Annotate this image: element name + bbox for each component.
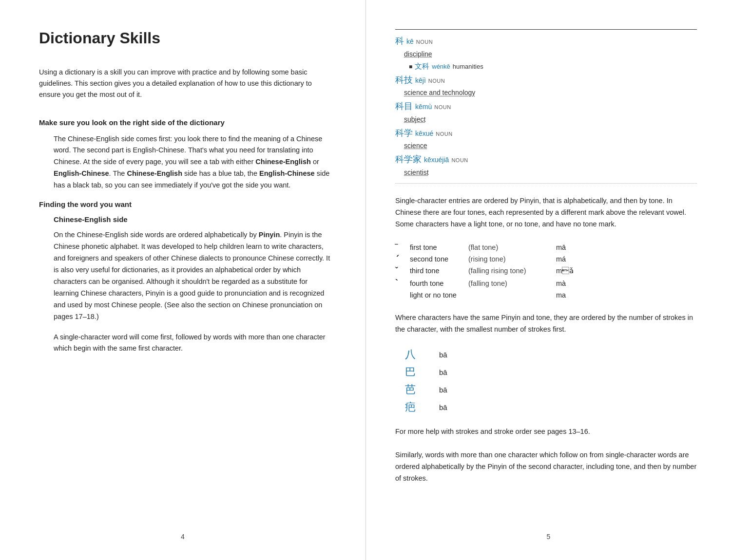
dict-pos-3: NOUN <box>434 103 451 112</box>
stroke-char-1: 八 <box>405 347 424 362</box>
tones-table: ‾ first tone (flat tone) mā ˊ second ton… <box>395 242 697 300</box>
dict-entry-line-3: 科目 kēmù NOUN <box>395 99 697 114</box>
tone-desc-3: (falling rising tone) <box>468 265 556 277</box>
dict-char-4: 科学 <box>395 126 413 141</box>
dict-meaning-3: subject <box>404 114 697 126</box>
tone-mark-5 <box>395 290 410 300</box>
dict-entry-2: 科技 kējì NOUN science and technology <box>395 73 697 99</box>
tone-row-4: ` fourth tone (falling tone) mà <box>395 277 697 290</box>
dict-entry-3: 科目 kēmù NOUN subject <box>395 99 697 125</box>
dict-sub-1: ■ 文科 wénkē humanities <box>409 60 697 73</box>
section2-heading: Finding the word you want <box>39 200 331 208</box>
dict-meaning-1: discipline <box>404 49 697 60</box>
page-container: Dictionary Skills Using a dictionary is … <box>0 0 731 560</box>
tone-row-5: light or no tone ma <box>395 290 697 300</box>
dict-char-2: 科技 <box>395 73 413 88</box>
dict-pos-4: NOUN <box>436 130 452 139</box>
tone-name-2: second tone <box>410 253 468 265</box>
tone-mark-2: ˊ <box>395 253 410 265</box>
tone-desc-5 <box>468 290 556 300</box>
dict-char-3: 科目 <box>395 99 413 114</box>
dict-char-1: 科 <box>395 34 404 49</box>
stroke-row-1: 八 bā <box>405 347 697 362</box>
dict-pinyin-2: kējì <box>415 75 426 87</box>
section2-body2: A single-character word will come first,… <box>54 332 331 355</box>
stroke-row-2: 巴 bā <box>405 365 697 379</box>
right-body4: Similarly, words with more than one char… <box>395 449 697 485</box>
left-page-number: 4 <box>181 533 185 541</box>
section2-subheading: Chinese-English side <box>54 215 331 224</box>
dict-sub-meaning-1: humanities <box>453 61 483 72</box>
section1-heading: Make sure you look on the right side of … <box>39 118 331 127</box>
tone-mark-4: ` <box>395 277 410 290</box>
dict-entry-4: 科学 kēxué NOUN science <box>395 126 697 152</box>
dict-sub-bullet-1: ■ <box>409 62 412 72</box>
dict-pos-2: NOUN <box>428 76 445 86</box>
tone-desc-1: (flat tone) <box>468 242 556 253</box>
tone-example-1: mā <box>556 242 697 253</box>
dict-entry-5: 科学家 kēxuéjiā NOUN scientist <box>395 152 697 178</box>
tone-example-4: mà <box>556 277 697 290</box>
tone-name-3: third tone <box>410 265 468 277</box>
tone-example-3: mǎ <box>556 265 697 277</box>
right-page: 科 kē NOUN discipline ■ 文科 wénkē humaniti… <box>366 0 731 560</box>
dict-pinyin-5: kēxuéjiā <box>424 154 449 166</box>
dict-meaning-4: science <box>404 140 697 152</box>
tone-row-3: ˇ third tone (falling rising tone) mǎ <box>395 265 697 277</box>
tone-mark-1: ‾ <box>395 242 410 253</box>
stroke-pinyin-2: bā <box>439 368 447 376</box>
tone-example-2: má <box>556 253 697 265</box>
strokes-list: 八 bā 巴 bā 芭 bā 疤 bā <box>405 347 697 414</box>
stroke-char-4: 疤 <box>405 400 424 414</box>
tone-desc-4: (falling tone) <box>468 277 556 290</box>
dict-entry-line-5: 科学家 kēxuéjiā NOUN <box>395 152 697 167</box>
stroke-row-4: 疤 bā <box>405 400 697 414</box>
tone-name-1: first tone <box>410 242 468 253</box>
tone-desc-2: (rising tone) <box>468 253 556 265</box>
dict-pinyin-1: kē <box>406 36 414 48</box>
stroke-row-3: 芭 bā <box>405 382 697 397</box>
dict-char-5: 科学家 <box>395 152 422 167</box>
right-body3: For more help with strokes and stroke or… <box>395 426 697 438</box>
dict-entry-line-2: 科技 kējì NOUN <box>395 73 697 88</box>
stroke-pinyin-1: bā <box>439 351 447 359</box>
right-page-number: 5 <box>547 533 551 541</box>
dict-meaning-5: scientist <box>404 167 697 179</box>
stroke-char-2: 巴 <box>405 365 424 379</box>
dictionary-box: 科 kē NOUN discipline ■ 文科 wénkē humaniti… <box>395 29 697 184</box>
dict-entry-line-1: 科 kē NOUN <box>395 34 697 49</box>
page-title: Dictionary Skills <box>39 29 331 47</box>
stroke-pinyin-4: bā <box>439 403 447 411</box>
tone-mark-3: ˇ <box>395 265 410 277</box>
dict-sub-char-1: 文科 <box>415 60 429 73</box>
tone-row-1: ‾ first tone (flat tone) mā <box>395 242 697 253</box>
dict-entry-line-4: 科学 kēxué NOUN <box>395 126 697 141</box>
dict-sub-pinyin-1: wénkē <box>432 61 450 72</box>
stroke-pinyin-3: bā <box>439 386 447 394</box>
dict-meaning-2: science and technology <box>404 87 697 99</box>
tone-row-2: ˊ second tone (rising tone) má <box>395 253 697 265</box>
tone-name-5: light or no tone <box>410 290 468 300</box>
tone-example-5: ma <box>556 290 697 300</box>
right-body1: Single-character entries are ordered by … <box>395 195 697 230</box>
dict-entry-1: 科 kē NOUN discipline ■ 文科 wénkē humaniti… <box>395 34 697 73</box>
tone-name-4: fourth tone <box>410 277 468 290</box>
dict-pinyin-4: kēxué <box>415 128 433 140</box>
right-body2: Where characters have the same Pinyin an… <box>395 312 697 336</box>
section1-body: The Chinese-English side comes first: yo… <box>54 133 331 192</box>
stroke-char-3: 芭 <box>405 382 424 397</box>
left-page: Dictionary Skills Using a dictionary is … <box>0 0 366 560</box>
dict-pos-5: NOUN <box>451 156 468 165</box>
intro-text: Using a dictionary is a skill you can im… <box>39 67 331 101</box>
section2-body1: On the Chinese-English side words are or… <box>54 229 331 322</box>
dict-pos-1: NOUN <box>416 37 433 47</box>
dict-pinyin-3: kēmù <box>415 101 432 113</box>
